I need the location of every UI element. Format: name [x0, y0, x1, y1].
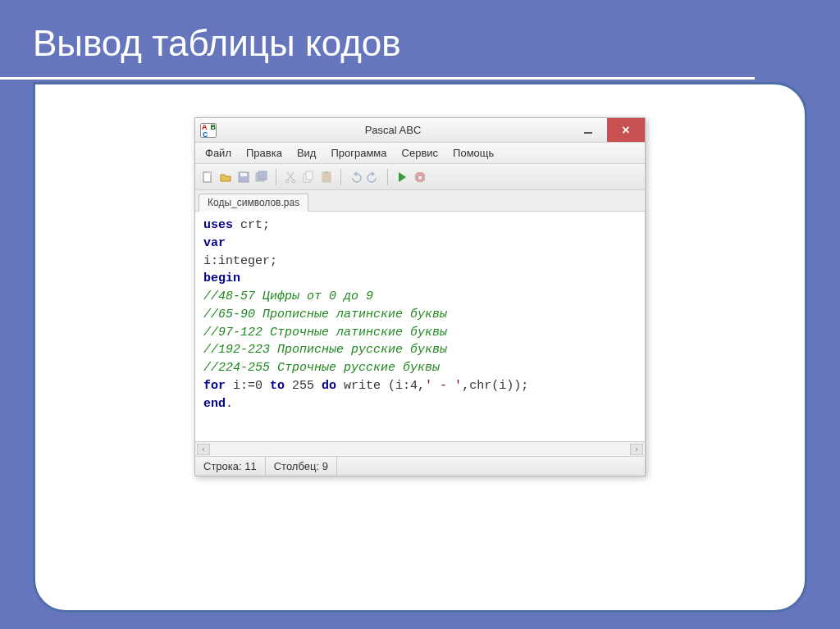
svg-text:■: ■	[418, 175, 422, 180]
status-column: Столбец: 9	[266, 457, 337, 476]
title-underline	[0, 77, 755, 80]
app-icon: AB C	[200, 123, 217, 138]
file-tab[interactable]: Коды_символов.pas	[199, 194, 308, 212]
svg-rect-4	[240, 173, 247, 176]
status-line: Строка: 11	[195, 457, 266, 476]
toolbar-separator	[340, 169, 341, 185]
minimize-button[interactable]	[569, 118, 607, 142]
horizontal-scrollbar[interactable]: ‹ ›	[195, 441, 645, 456]
menu-help[interactable]: Помощь	[446, 145, 500, 161]
menu-edit[interactable]: Правка	[240, 145, 289, 161]
svg-rect-6	[258, 171, 267, 180]
svg-marker-15	[399, 172, 406, 182]
svg-marker-14	[372, 171, 375, 176]
svg-marker-13	[354, 171, 357, 176]
svg-rect-12	[325, 171, 328, 174]
toolbar: ■	[195, 164, 645, 190]
paste-icon[interactable]	[319, 170, 334, 185]
tab-row: Коды_символов.pas	[195, 190, 645, 212]
toolbar-separator	[387, 169, 388, 185]
undo-icon[interactable]	[348, 170, 363, 185]
run-icon[interactable]	[395, 170, 409, 185]
svg-rect-10	[306, 171, 313, 180]
menu-file[interactable]: Файл	[199, 145, 238, 161]
open-file-icon[interactable]	[218, 170, 233, 185]
close-button[interactable]: ×	[607, 118, 645, 142]
scroll-right-icon[interactable]: ›	[630, 444, 643, 455]
statusbar: Строка: 11 Столбец: 9	[195, 456, 645, 476]
window-title: Pascal ABC	[217, 124, 569, 136]
menu-service[interactable]: Сервис	[395, 145, 445, 161]
slide-title: Вывод таблицы кодов	[33, 23, 401, 64]
menu-view[interactable]: Вид	[290, 145, 323, 161]
menu-program[interactable]: Программа	[324, 145, 393, 161]
menubar: Файл Правка Вид Программа Сервис Помощь	[195, 143, 645, 164]
save-icon[interactable]	[236, 170, 251, 185]
toolbar-separator	[276, 169, 276, 185]
stop-icon[interactable]: ■	[413, 170, 427, 185]
app-window: AB C Pascal ABC × Файл Правка Вид Програ…	[194, 117, 646, 476]
new-file-icon[interactable]	[200, 170, 215, 185]
copy-icon[interactable]	[301, 170, 316, 185]
titlebar[interactable]: AB C Pascal ABC ×	[195, 118, 645, 143]
save-all-icon[interactable]	[254, 170, 269, 185]
redo-icon[interactable]	[366, 170, 381, 185]
code-editor[interactable]: uses crt; var i:integer; begin //48-57 Ц…	[195, 212, 645, 441]
slide-body: AB C Pascal ABC × Файл Правка Вид Програ…	[33, 82, 807, 613]
scroll-left-icon[interactable]: ‹	[197, 444, 210, 455]
cut-icon[interactable]	[283, 170, 298, 185]
window-controls: ×	[569, 118, 645, 142]
